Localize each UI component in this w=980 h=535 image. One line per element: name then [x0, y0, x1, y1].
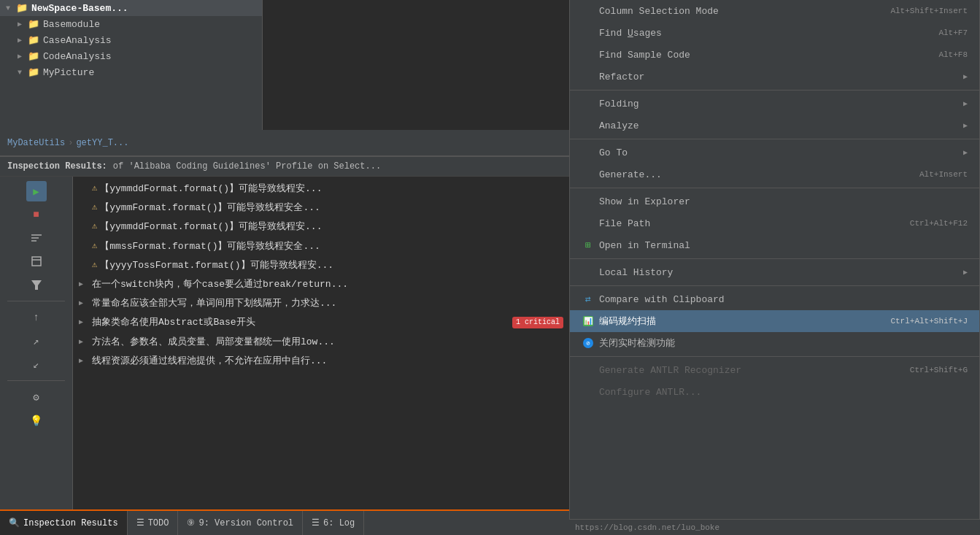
- menu-icon-placeholder: [582, 48, 595, 61]
- export-button[interactable]: ↗: [26, 331, 47, 351]
- group-button[interactable]: [26, 251, 47, 272]
- menu-item-show-explorer[interactable]: Show in Explorer: [570, 190, 979, 212]
- vcs-tab-icon: ⑨: [187, 517, 195, 528]
- menu-label: 关闭实时检测功能: [599, 336, 675, 350]
- menu-item-analyze[interactable]: Analyze ▶: [570, 115, 979, 136]
- menu-item-local-history[interactable]: Local History ▶: [570, 261, 979, 283]
- list-item[interactable]: ▶ 方法名、参数名、成员变量、局部变量都统一使用low...: [73, 333, 569, 352]
- menu-icon-placeholder: [582, 385, 595, 399]
- menu-item-disable-realtime[interactable]: ⊘ 关闭实时检测功能: [570, 332, 979, 354]
- menu-label: Find Usages: [599, 28, 662, 39]
- item-text: 抽象类命名使用Abstract或Base开头: [92, 316, 508, 329]
- group-icon: [31, 256, 42, 266]
- compare-icon: ⇄: [582, 293, 595, 306]
- list-item[interactable]: ⚠ 【yymmddFormat.format()】可能导致线程安...: [73, 218, 569, 236]
- tab-version-control[interactable]: ⑨ 9: Version Control: [178, 511, 303, 535]
- menu-item-find-usages[interactable]: Find Usages Alt+F7: [570, 22, 979, 44]
- menu-shortcut: Alt+F7: [938, 28, 968, 37]
- folder-icon: 📁: [28, 66, 39, 78]
- menu-separator: [570, 139, 979, 139]
- context-menu: Column Selection Mode Alt+Shift+Insert F…: [569, 0, 980, 535]
- expand-arrow: ▼: [18, 69, 26, 77]
- menu-item-open-terminal[interactable]: ⊞ Open in Terminal: [570, 234, 979, 256]
- item-expand-icon: ▶: [79, 317, 89, 328]
- menu-label: Generate...: [599, 169, 662, 180]
- expand-button[interactable]: ↙: [26, 354, 47, 374]
- folder-icon: 📁: [16, 2, 28, 14]
- menu-icon-placeholder: [582, 119, 595, 132]
- menu-label: Generate ANTLR Recognizer: [599, 365, 741, 376]
- menu-icon-placeholder: [582, 97, 595, 110]
- breadcrumb-file[interactable]: MyDateUtils: [7, 138, 65, 148]
- tree-item-mypicture[interactable]: ▼ 📁 MyPicture: [0, 64, 262, 80]
- warning-icon: ⚠: [92, 220, 97, 233]
- inspection-list: ⚠ 【yymmddFormat.format()】可能导致线程安... ⚠ 【y…: [73, 177, 569, 509]
- menu-item-goto[interactable]: Go To ▶: [570, 142, 979, 163]
- inspection-title: Inspection Results:: [7, 161, 107, 172]
- up-button[interactable]: ↑: [26, 307, 47, 328]
- menu-icon-placeholder: [582, 195, 595, 208]
- breadcrumb: MyDateUtils › getYY_T...: [0, 130, 569, 156]
- breadcrumb-method[interactable]: getYY_T...: [76, 138, 128, 148]
- menu-separator: [570, 188, 979, 188]
- warning-icon: ⚠: [92, 259, 97, 272]
- menu-label: Go To: [599, 147, 628, 158]
- list-item[interactable]: ▶ 常量命名应该全部大写，单词间用下划线隔开，力求达...: [73, 294, 569, 313]
- tab-todo[interactable]: ☰ TODO: [128, 511, 179, 535]
- sort-button[interactable]: [26, 228, 47, 248]
- inspection-subtitle: of 'Alibaba Coding Guidelines' Profile o…: [113, 161, 381, 172]
- list-item[interactable]: ⚠ 【yyyyTossFormat.format()】可能导致线程安...: [73, 256, 569, 275]
- item-expand-icon: ▶: [79, 299, 89, 309]
- item-expand-icon: ▶: [79, 356, 89, 366]
- menu-label: Analyze: [599, 120, 639, 131]
- settings-button[interactable]: ⚙: [26, 387, 47, 407]
- menu-item-generate[interactable]: Generate... Alt+Insert: [570, 163, 979, 185]
- expand-arrow: ▶: [18, 36, 26, 45]
- menu-item-column-selection[interactable]: Column Selection Mode Alt+Shift+Insert: [570, 0, 979, 22]
- menu-label: Configure ANTLR...: [599, 387, 701, 398]
- menu-icon-placeholder: [582, 70, 595, 83]
- list-item[interactable]: ⚠ 【mmssFormat.format()】可能导致线程安全...: [73, 237, 569, 256]
- url-text: https://blog.csdn.net/luo_boke: [575, 523, 719, 532]
- list-item[interactable]: ⚠ 【yymmFormat.format()】可能导致线程安全...: [73, 199, 569, 218]
- stop-button[interactable]: ■: [26, 204, 47, 225]
- menu-item-compare-clipboard[interactable]: ⇄ Compare with Clipboard: [570, 288, 979, 310]
- tree-item-newspace[interactable]: ▼ 📁 NewSpace-Basem...: [0, 0, 262, 16]
- expand-arrow: ▼: [6, 4, 15, 12]
- list-item[interactable]: ▶ 线程资源必须通过线程池提供，不允许在应用中自行...: [73, 352, 569, 371]
- filter-button[interactable]: [26, 274, 47, 295]
- warning-icon: ⚠: [92, 201, 97, 214]
- tree-item-basemodule[interactable]: ▶ 📁 Basemodule: [0, 16, 262, 32]
- menu-label: Refactor: [599, 72, 644, 82]
- menu-label: Folding: [599, 99, 639, 109]
- vcs-tab-label: 9: Version Control: [198, 518, 293, 528]
- menu-shortcut: Alt+Insert: [919, 170, 968, 179]
- item-text: 【yymmddFormat.format()】可能导致线程安...: [100, 220, 563, 234]
- menu-item-folding[interactable]: Folding ▶: [570, 93, 979, 115]
- menu-separator: [570, 90, 979, 91]
- menu-item-scan-code[interactable]: 📊 编码规约扫描 Ctrl+Alt+Shift+J: [570, 310, 979, 332]
- inspection-tab-icon: 🔍: [9, 517, 20, 528]
- submenu-arrow-icon: ▶: [963, 268, 968, 277]
- sort-icon: [31, 233, 42, 243]
- menu-item-file-path[interactable]: File Path Ctrl+Alt+F12: [570, 212, 979, 234]
- inspection-tab-label: Inspection Results: [23, 518, 118, 528]
- folder-icon: 📁: [28, 18, 39, 30]
- tree-item-caseanalysis[interactable]: ▶ 📁 CaseAnalysis: [0, 32, 262, 48]
- todo-tab-icon: ☰: [136, 517, 144, 528]
- bulb-button[interactable]: 💡: [26, 410, 47, 431]
- inspection-toolbar: ▶ ■ ↑ ↗ ↙ ⚙ 💡: [0, 177, 73, 509]
- menu-icon-placeholder: [582, 4, 595, 18]
- tab-inspection[interactable]: 🔍 Inspection Results: [0, 511, 128, 535]
- list-item[interactable]: ▶ 在一个switch块内，每个case要么通过break/return...: [73, 275, 569, 294]
- tree-item-codeanalysis[interactable]: ▶ 📁 CodeAnalysis: [0, 48, 262, 64]
- tab-log[interactable]: ☰ 6: Log: [303, 511, 364, 535]
- run-button[interactable]: ▶: [26, 181, 47, 201]
- list-item[interactable]: ⚠ 【yymmddFormat.format()】可能导致线程安...: [73, 180, 569, 199]
- menu-item-refactor[interactable]: Refactor ▶: [570, 66, 979, 88]
- list-item[interactable]: ▶ 抽象类命名使用Abstract或Base开头 1 critical: [73, 313, 569, 332]
- menu-item-find-sample[interactable]: Find Sample Code Alt+F8: [570, 44, 979, 66]
- menu-label: Compare with Clipboard: [599, 294, 725, 305]
- menu-shortcut: Alt+F8: [938, 50, 968, 59]
- menu-item-configure-antlr: Configure ANTLR...: [570, 381, 979, 403]
